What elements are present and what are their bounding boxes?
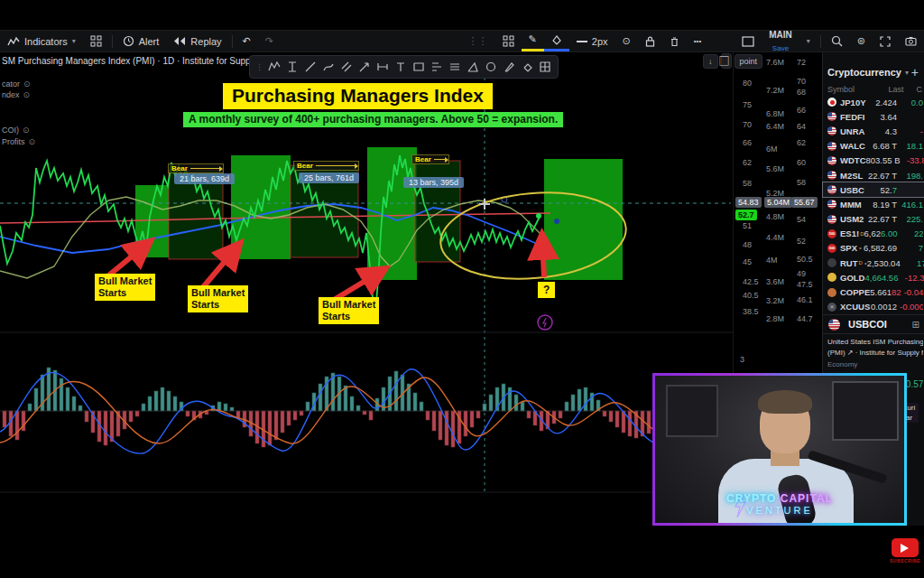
rut-symbol-icon xyxy=(827,258,836,267)
eye-icon[interactable]: ⊙ xyxy=(29,137,36,146)
watchlist-row[interactable]: M2SL22.67 T198. xyxy=(823,168,924,182)
change-value: 18.1 xyxy=(900,141,923,151)
watchlist-title[interactable]: Cryptocurrency▾ xyxy=(827,67,909,78)
price-tick-left: 66 xyxy=(743,138,752,147)
histogram-bar xyxy=(72,396,76,411)
us-flag-icon xyxy=(827,142,836,151)
chart-symbol-title[interactable]: SM Purchasing Managers Index (PMI) · 1D … xyxy=(2,56,277,66)
price-tick-left: 80 xyxy=(743,79,752,88)
bear-range-header[interactable]: Bear xyxy=(168,163,224,173)
indicator-legend-item[interactable]: cator⊙ xyxy=(2,79,31,89)
indicator-legend-item[interactable]: COI)⊙ xyxy=(2,126,30,135)
question-label[interactable]: ? xyxy=(538,282,555,298)
watchlist-row[interactable]: USBC52.7 xyxy=(823,182,924,197)
histogram-bar xyxy=(483,404,486,411)
histogram-bar xyxy=(571,395,575,411)
eye-icon[interactable]: ⊙ xyxy=(23,126,30,135)
brush-tool-icon[interactable] xyxy=(500,58,518,76)
add-symbol-button[interactable]: + xyxy=(911,65,919,79)
watchlist-row[interactable]: JP10Y2.4240.0 xyxy=(823,95,924,109)
watchlist-row[interactable]: FEDFI3.64 xyxy=(823,109,924,124)
point-unit-button[interactable]: point xyxy=(735,54,763,69)
watchlist-row[interactable]: RUTD•2,530.0417 xyxy=(823,256,924,270)
auto-scale-button[interactable]: ⃞ xyxy=(721,53,732,69)
arrow-icon[interactable] xyxy=(356,58,374,76)
bear-range-header[interactable]: Bear xyxy=(411,154,449,164)
bear-range-header[interactable]: Bear xyxy=(293,161,359,171)
bull-market-label[interactable]: Bull MarketStarts xyxy=(319,297,379,324)
indicator-legend-item[interactable]: Profits⊙ xyxy=(2,137,35,146)
bull-market-label[interactable]: Bull MarketStarts xyxy=(188,285,248,312)
bars-count-badge[interactable]: 25 bars, 761d xyxy=(299,172,359,183)
grid-icon[interactable]: ⊞ xyxy=(912,320,919,330)
histogram-bar xyxy=(476,411,480,418)
snapshot-button[interactable] xyxy=(898,31,924,51)
youtube-play-icon[interactable] xyxy=(892,538,919,557)
annotation-subtitle[interactable]: A monthly survey of 400+ purchasing mana… xyxy=(183,112,563,127)
oscillator-orange-line xyxy=(0,378,731,443)
watchlist-row[interactable]: 500ES1!D6,626.0022 xyxy=(823,227,924,241)
watchlist-row[interactable]: 500SPX•6,582.697 xyxy=(823,241,924,256)
bars-count-badge[interactable]: 21 bars, 639d xyxy=(174,173,235,184)
active-symbol-row[interactable]: USBCOI ⊞ xyxy=(823,314,924,334)
search-icon xyxy=(831,35,843,47)
price-tick-left: 38.5 xyxy=(743,307,759,316)
bars-count-badge[interactable]: 13 bars, 395d xyxy=(403,177,464,188)
youtube-subscribe[interactable]: SUBSCRIBE xyxy=(890,538,920,564)
volume-tick: 4.4M xyxy=(766,233,784,242)
histogram-bar xyxy=(274,411,278,440)
subscribe-label: SUBSCRIBE xyxy=(890,558,920,564)
last-value: 803.55 B xyxy=(866,155,901,165)
eye-icon[interactable]: ⊙ xyxy=(23,79,31,89)
watchlist-row[interactable]: GOLD4,664.56-12.3 xyxy=(823,270,924,284)
histogram-bar xyxy=(173,396,177,411)
histogram-bar xyxy=(521,402,524,411)
cursor-zigzag-icon[interactable] xyxy=(265,58,283,76)
price-chart[interactable] xyxy=(0,0,733,526)
watchlist-row[interactable]: USM222.67 T225. xyxy=(823,212,924,227)
trendline-icon[interactable] xyxy=(301,58,319,76)
histogram-bar xyxy=(363,411,366,415)
layout-preview-button[interactable] xyxy=(735,31,762,51)
volume-tick: 6M xyxy=(766,144,778,154)
watchlist-row[interactable]: COPPE5.66182-0.046 xyxy=(823,284,924,299)
symbol-name: ES1! xyxy=(840,228,859,238)
parallel-lines-icon[interactable] xyxy=(446,58,464,76)
histogram-bar xyxy=(609,411,613,422)
volume-profile-icon[interactable] xyxy=(428,58,446,76)
watchlist-row[interactable]: WDTC803.55 B-33.8 xyxy=(823,154,924,168)
price-tick-right: 44.7 xyxy=(797,314,813,323)
symbol-name: RUT xyxy=(840,258,858,268)
bull-market-label[interactable]: Bull MarketStarts xyxy=(95,274,155,301)
watchlist-row[interactable]: WALC6.68 T18.1 xyxy=(823,139,924,154)
curve-icon[interactable] xyxy=(319,58,337,76)
watchlist-row[interactable]: MMM8.19 T416.1 xyxy=(823,197,924,211)
watchlist-row[interactable]: ✕XCUUS0.0012-0.000 xyxy=(823,300,924,314)
us-flag-icon xyxy=(827,126,836,135)
text-tool-icon[interactable] xyxy=(392,58,410,76)
fullscreen-button[interactable] xyxy=(873,31,898,51)
quick-search-button[interactable] xyxy=(824,31,850,51)
drag-handle-icon[interactable]: ⋮ xyxy=(254,62,265,71)
eye-icon[interactable]: ⊙ xyxy=(23,90,31,99)
watchlist-row[interactable]: UNRA4.3- xyxy=(823,124,924,138)
last-value: 4,664.56 xyxy=(864,273,898,283)
horizontal-ray-icon[interactable] xyxy=(374,58,392,76)
grid-tool-icon[interactable] xyxy=(536,58,554,76)
gold-symbol-icon xyxy=(827,273,836,282)
parallel-channel-icon[interactable] xyxy=(337,58,356,76)
price-range-icon[interactable] xyxy=(283,58,301,76)
person-hair xyxy=(758,390,812,414)
indicator-legend-item[interactable]: ndex⊙ xyxy=(2,90,30,99)
rectangle-tool-icon[interactable] xyxy=(410,58,428,76)
triangle-tool-icon[interactable] xyxy=(464,58,482,76)
eraser-tool-icon[interactable] xyxy=(518,58,536,76)
annotation-title[interactable]: Purchasing Managers Index xyxy=(223,83,493,109)
circle-tool-icon[interactable] xyxy=(482,58,500,76)
settings-button[interactable]: ⊚ xyxy=(850,31,873,51)
scroll-down-button[interactable]: ↓ xyxy=(703,54,718,69)
layout-chevron[interactable]: ▾ xyxy=(799,31,818,51)
layout-name-button[interactable]: MAIN Save xyxy=(762,31,799,51)
histogram-bar xyxy=(559,411,562,418)
bear-label: Bear xyxy=(169,164,190,172)
